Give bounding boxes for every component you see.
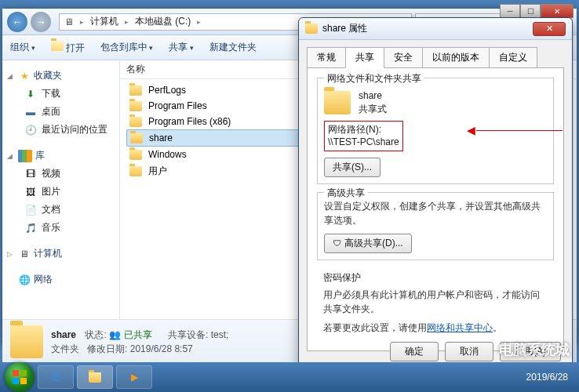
crumb-computer[interactable]: 计算机: [89, 15, 120, 28]
folder-icon: [130, 133, 143, 143]
network-path-value: \\TEST-PC\share: [328, 136, 399, 149]
taskbar: ⓔ ▶ 2019/6/28: [0, 362, 579, 392]
clock[interactable]: 2019/6/28: [526, 372, 574, 383]
maximize-button[interactable]: ☐: [520, 4, 541, 18]
desktop-icon: ▬: [24, 106, 37, 118]
sidebar-libraries[interactable]: ◢库: [5, 147, 116, 165]
ok-button[interactable]: 确定: [390, 342, 439, 361]
library-icon: [18, 150, 32, 162]
computer-icon: 🖥: [63, 16, 75, 28]
share-folder-icon: [324, 91, 351, 114]
folder-icon: [10, 325, 43, 358]
folder-icon: [129, 85, 142, 96]
window-controls: ─ ☐ ✕: [500, 4, 574, 18]
sidebar-item-pictures[interactable]: 🖼图片: [5, 183, 116, 201]
computer-icon: 🖥: [18, 248, 31, 260]
folder-icon: [129, 150, 142, 160]
details-status-value: 👥已共享: [109, 328, 152, 342]
tab-3[interactable]: 以前的版本: [422, 47, 490, 68]
dialog-titlebar[interactable]: share 属性 ✕: [299, 18, 572, 40]
taskbar-ie[interactable]: ⓔ: [38, 365, 74, 389]
open-button[interactable]: 打开: [51, 41, 85, 55]
sidebar: ◢★收藏夹 ⬇下载 ▬桌面 🕘最近访问的位置 ◢库 🎞视频 🖼图片 📄文档 🎵音…: [2, 60, 120, 319]
svg-rect-3: [20, 378, 27, 384]
star-icon: ★: [18, 70, 31, 82]
sidebar-network[interactable]: 🌐网络: [5, 270, 116, 289]
tab-1[interactable]: 共享: [345, 47, 384, 68]
file-name: Program Files: [148, 100, 207, 111]
folder-icon: [89, 372, 101, 383]
tab-strip: 常规共享安全以前的版本自定义: [299, 40, 572, 67]
share-name: share: [359, 89, 387, 103]
dialog-title: share 属性: [322, 22, 367, 35]
newfolder-button[interactable]: 新建文件夹: [209, 41, 257, 54]
forward-button[interactable]: →: [31, 12, 51, 32]
sidebar-computer[interactable]: ▷🖥计算机: [5, 245, 116, 263]
file-name: share: [149, 132, 173, 143]
start-button[interactable]: [5, 362, 35, 392]
sidebar-item-documents[interactable]: 📄文档: [5, 201, 116, 219]
tab-panel-share: 网络文件和文件夹共享 share 共享式 网络路径(N): \\TEST-PC\…: [307, 67, 564, 351]
share-button[interactable]: 共享(S)...: [324, 158, 381, 177]
shared-icon: 👥: [109, 328, 121, 342]
details-sharedev-value: test;: [211, 329, 229, 340]
svg-rect-1: [20, 370, 27, 376]
highlight-box: 网络路径(N): \\TEST-PC\share: [324, 121, 403, 152]
group-title-advanced: 高级共享: [324, 187, 368, 200]
svg-rect-0: [13, 370, 19, 376]
file-name: Windows: [148, 149, 187, 160]
picture-icon: 🖼: [24, 186, 37, 198]
close-button[interactable]: ✕: [541, 4, 574, 18]
details-type: 文件夹: [51, 343, 79, 354]
back-button[interactable]: ←: [7, 12, 27, 32]
video-icon: 🎞: [24, 168, 37, 180]
recent-icon: 🕘: [24, 124, 37, 136]
sidebar-item-downloads[interactable]: ⬇下载: [5, 85, 116, 103]
sidebar-item-desktop[interactable]: ▬桌面: [5, 103, 116, 121]
download-icon: ⬇: [24, 88, 37, 100]
file-name: Program Files (x86): [148, 116, 231, 127]
open-icon: [51, 41, 64, 51]
tab-4[interactable]: 自定义: [489, 47, 537, 68]
arrow-annotation: ◀: [467, 124, 475, 136]
group-title-netshare: 网络文件和文件夹共享: [324, 72, 424, 85]
details-date-value: 2019/6/28 8:57: [130, 343, 193, 354]
tab-2[interactable]: 安全: [384, 47, 423, 68]
cancel-button[interactable]: 取消: [445, 342, 493, 361]
group-title-password: 密码保护: [323, 271, 548, 285]
organize-menu[interactable]: 组织: [10, 41, 35, 54]
sidebar-item-music[interactable]: 🎵音乐: [5, 219, 116, 237]
taskbar-media[interactable]: ▶: [116, 365, 152, 389]
folder-icon: [129, 101, 142, 111]
watermark: 电脑系统城: [499, 340, 570, 359]
advanced-share-button[interactable]: 高级共享(D)...: [324, 234, 412, 253]
folder-icon: [129, 166, 142, 176]
share-menu[interactable]: 共享: [169, 41, 194, 54]
sidebar-item-videos[interactable]: 🎞视频: [5, 165, 116, 183]
document-icon: 📄: [24, 204, 37, 216]
include-menu[interactable]: 包含到库中: [100, 41, 154, 54]
taskbar-explorer[interactable]: [77, 365, 113, 389]
minimize-button[interactable]: ─: [500, 4, 520, 18]
file-name: PerfLogs: [148, 85, 186, 96]
network-center-link[interactable]: 网络和共享中心: [427, 322, 493, 333]
details-name: share: [51, 329, 76, 340]
sidebar-item-recent[interactable]: 🕘最近访问的位置: [5, 121, 116, 139]
crumb-drive[interactable]: 本地磁盘 (C:): [133, 15, 192, 28]
tab-0[interactable]: 常规: [307, 47, 346, 68]
folder-icon: [305, 24, 318, 34]
music-icon: 🎵: [24, 222, 37, 234]
advanced-desc: 设置自定义权限，创建多个共享，并设置其他高级共享选项。: [324, 199, 547, 227]
sidebar-favorites[interactable]: ◢★收藏夹: [5, 67, 116, 85]
password-desc2a: 若要更改此设置，请使用: [323, 322, 427, 333]
share-mode: 共享式: [359, 103, 387, 116]
properties-dialog: share 属性 ✕ 常规共享安全以前的版本自定义 网络文件和文件夹共享 sha…: [298, 17, 573, 370]
password-desc: 用户必须具有此计算机的用户帐户和密码，才能访问共享文件夹。: [323, 288, 548, 316]
details-date-label: 修改日期:: [87, 343, 127, 354]
network-path-label: 网络路径(N):: [328, 123, 399, 136]
network-icon: 🌐: [18, 274, 31, 286]
details-status-label: 状态:: [85, 329, 106, 340]
details-sharedev-label: 共享设备:: [168, 329, 208, 340]
dialog-close-button[interactable]: ✕: [533, 22, 566, 36]
password-desc2b: 。: [493, 322, 502, 333]
